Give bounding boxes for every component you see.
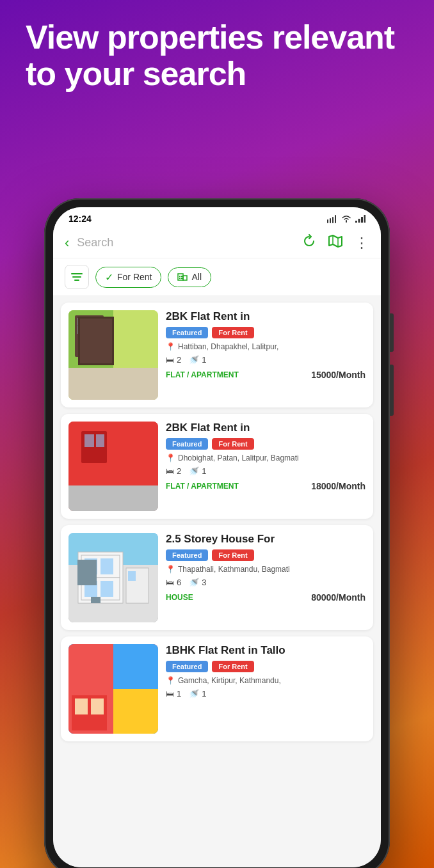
- bath-icon-2: 🚿: [189, 466, 199, 476]
- phone-screen: 12:24: [53, 207, 381, 867]
- header-actions: ⋮: [302, 234, 369, 251]
- all-label: All: [191, 272, 202, 282]
- for-rent-badge-1: For Rent: [212, 327, 253, 338]
- svg-rect-38: [84, 581, 97, 597]
- svg-rect-28: [84, 434, 94, 447]
- property-type-3: HOUSE: [166, 593, 193, 602]
- listing-title-4: 1BHK Flat Rent in Tallo: [166, 644, 366, 657]
- location-text-3: Thapathali, Kathmandu, Bagmati: [178, 565, 290, 574]
- svg-rect-13: [179, 278, 181, 279]
- svg-rect-42: [128, 571, 136, 581]
- bathroom-count-1: 1: [202, 355, 206, 365]
- location-pin-icon-1: 📍: [166, 342, 175, 351]
- phone-frame: 12:24: [44, 198, 390, 868]
- svg-rect-19: [91, 318, 101, 334]
- check-icon: ✓: [105, 271, 113, 283]
- listing-price-3: 80000/Month: [311, 592, 366, 603]
- bedroom-count-3: 6: [177, 578, 181, 587]
- bath-icon-1: 🚿: [189, 355, 199, 365]
- listing-amenities-1: 🛏 2 🚿 1: [166, 355, 366, 365]
- svg-rect-47: [75, 698, 88, 714]
- svg-rect-39: [100, 581, 113, 597]
- bed-icon-2: 🛏: [166, 466, 174, 476]
- listing-info-4: 1BHK Flat Rent in Tallo Featured For Ren…: [166, 644, 366, 734]
- location-text-4: Gamcha, Kirtipur, Kathmandu,: [178, 676, 281, 685]
- all-chip[interactable]: All: [168, 267, 211, 287]
- listing-amenities-2: 🛏 2 🚿 1: [166, 466, 366, 476]
- listing-image-1: [68, 310, 158, 400]
- listing-amenities-3: 🛏 6 🚿 3: [166, 578, 366, 587]
- search-label[interactable]: Search: [77, 236, 294, 249]
- listing-card-1[interactable]: 2BK Flat Rent in Featured For Rent 📍 Hat…: [61, 303, 373, 407]
- bed-icon-1: 🛏: [166, 355, 174, 365]
- refresh-button[interactable]: [302, 234, 316, 251]
- filter-button[interactable]: [65, 265, 89, 289]
- status-icons: [327, 214, 366, 223]
- signal-bars-icon: [355, 214, 366, 223]
- listing-footer-3: HOUSE 80000/Month: [166, 592, 366, 603]
- listing-badges-3: Featured For Rent: [166, 549, 366, 561]
- bedroom-count-1: 2: [177, 355, 181, 365]
- listing-badges-2: Featured For Rent: [166, 438, 366, 450]
- listing-image-4: [68, 644, 158, 734]
- listing-location-4: 📍 Gamcha, Kirtipur, Kathmandu,: [166, 676, 366, 685]
- hero-title: View properties relevant to your search: [26, 19, 408, 92]
- bath-icon-3: 🚿: [189, 578, 199, 587]
- phone-signal-icon: [327, 214, 337, 223]
- featured-badge-1: Featured: [166, 327, 208, 338]
- listing-card-4[interactable]: 1BHK Flat Rent in Tallo Featured For Ren…: [61, 636, 373, 741]
- back-button[interactable]: ‹: [65, 235, 69, 251]
- svg-rect-15: [68, 310, 158, 400]
- bedroom-count-4: 1: [177, 689, 181, 698]
- bath-icon-4: 🚿: [189, 689, 199, 698]
- side-button-2: [390, 365, 394, 416]
- svg-rect-10: [183, 276, 187, 280]
- listings-container: 2BK Flat Rent in Featured For Rent 📍 Hat…: [53, 296, 381, 867]
- status-bar: 12:24: [53, 207, 381, 228]
- svg-rect-14: [181, 278, 182, 279]
- for-rent-chip[interactable]: ✓ For Rent: [95, 267, 161, 288]
- bedroom-amenity-4: 🛏 1: [166, 689, 181, 698]
- map-button[interactable]: [328, 234, 343, 251]
- listing-info-2: 2BK Flat Rent in Featured For Rent 📍 Dho…: [166, 422, 366, 511]
- svg-rect-29: [96, 434, 104, 447]
- location-text-1: Hattiban, Dhapakhel, Lalitpur,: [178, 342, 278, 351]
- bathroom-count-3: 3: [202, 578, 206, 587]
- listing-card-2[interactable]: 2BK Flat Rent in Featured For Rent 📍 Dho…: [61, 414, 373, 519]
- listing-footer-2: FLAT / APARTMENT 18000/Month: [166, 481, 366, 491]
- bed-icon-4: 🛏: [166, 689, 174, 698]
- bedroom-amenity-3: 🛏 6: [166, 578, 181, 587]
- svg-rect-12: [181, 276, 182, 277]
- for-rent-label: For Rent: [117, 272, 152, 282]
- for-rent-badge-2: For Rent: [212, 438, 253, 450]
- featured-badge-2: Featured: [166, 438, 208, 450]
- app-header: ‹ Search: [53, 228, 381, 258]
- hero-section: View properties relevant to your search: [0, 0, 434, 198]
- listing-info-3: 2.5 Storey House For Featured For Rent 📍…: [166, 533, 366, 622]
- featured-badge-4: Featured: [166, 661, 208, 672]
- for-rent-badge-3: For Rent: [212, 549, 253, 561]
- svg-rect-45: [113, 689, 158, 734]
- listing-title-1: 2BK Flat Rent in: [166, 310, 366, 323]
- bathroom-count-4: 1: [202, 689, 206, 698]
- svg-rect-30: [68, 485, 158, 511]
- listing-footer-1: FLAT / APARTMENT 15000/Month: [166, 370, 366, 380]
- wifi-icon: [341, 214, 351, 223]
- listing-badges-1: Featured For Rent: [166, 327, 366, 338]
- filter-bar: ✓ For Rent All: [53, 258, 381, 296]
- listing-card-3[interactable]: 2.5 Storey House For Featured For Rent 📍…: [61, 525, 373, 630]
- listing-location-2: 📍 Dhobighat, Patan, Lalitpur, Bagmati: [166, 454, 366, 462]
- property-type-1: FLAT / APARTMENT: [166, 370, 239, 379]
- listing-title-3: 2.5 Storey House For: [166, 533, 366, 546]
- svg-rect-40: [91, 597, 100, 603]
- bathroom-amenity-2: 🚿 1: [189, 466, 206, 476]
- svg-rect-24: [68, 371, 158, 400]
- location-pin-icon-4: 📍: [166, 676, 175, 685]
- listing-location-1: 📍 Hattiban, Dhapakhel, Lalitpur,: [166, 342, 366, 351]
- bedroom-amenity-1: 🛏 2: [166, 355, 181, 365]
- bedroom-count-2: 2: [177, 466, 181, 476]
- svg-rect-0: [355, 221, 357, 223]
- listing-title-2: 2BK Flat Rent in: [166, 422, 366, 434]
- more-button[interactable]: ⋮: [355, 235, 369, 251]
- listing-info-1: 2BK Flat Rent in Featured For Rent 📍 Hat…: [166, 310, 366, 400]
